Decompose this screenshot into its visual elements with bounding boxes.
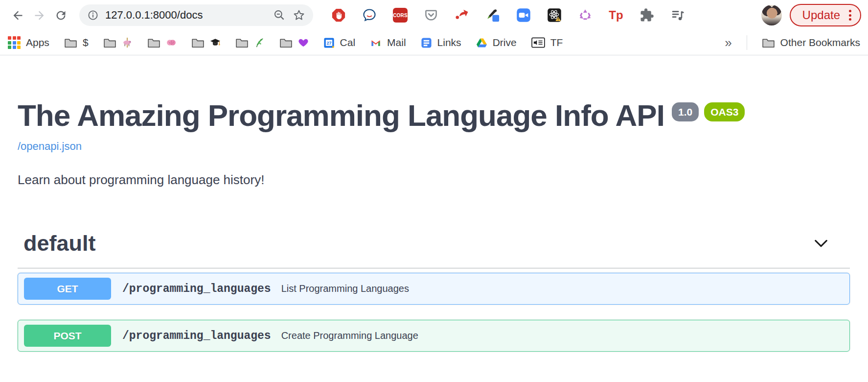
forward-arrow-icon — [33, 9, 46, 22]
operation-row-post[interactable]: POST /programming_languages Create Progr… — [18, 320, 850, 352]
version-badge: 1.0 — [672, 102, 699, 121]
pocket-extension[interactable] — [423, 7, 439, 23]
recycle-icon — [578, 8, 593, 23]
tf-label: TF — [550, 37, 563, 48]
folder-icon — [191, 38, 205, 48]
folder-icon — [64, 38, 77, 48]
api-badges: 1.0 OAS3 — [672, 102, 745, 121]
cal-label: Cal — [340, 37, 356, 48]
bookmark-calendar[interactable]: 27 Cal — [323, 37, 356, 48]
bookmark-tf[interactable]: TF — [531, 37, 563, 48]
adblock-extension[interactable] — [331, 7, 346, 23]
browser-menu-kebab-icon[interactable] — [849, 10, 851, 21]
url-text[interactable]: 127.0.0.1:8000/docs — [105, 9, 266, 22]
video-camera-icon — [516, 8, 531, 23]
bookmark-folder-dollar[interactable]: $ — [64, 37, 89, 48]
other-bookmarks-label: Other Bookmarks — [780, 37, 860, 48]
bookmark-folder-herb[interactable] — [235, 37, 265, 48]
eyedropper-icon — [485, 8, 500, 23]
bookmark-folder-heart[interactable] — [279, 37, 309, 48]
bookmark-folder-carousel[interactable] — [103, 37, 133, 48]
folder-icon — [147, 38, 160, 48]
purple-heart-icon — [298, 37, 309, 48]
chat-extension[interactable] — [362, 7, 377, 23]
update-label: Update — [802, 8, 840, 22]
dollar-label: $ — [83, 37, 89, 48]
update-button[interactable]: Update — [790, 4, 861, 26]
bookmarks-overflow-chevron[interactable]: » — [725, 35, 731, 50]
operation-summary: Create Programming Language — [281, 330, 418, 341]
extensions-menu-button[interactable] — [639, 7, 655, 23]
gmail-icon — [370, 37, 382, 48]
chevron-down-icon[interactable] — [813, 235, 829, 252]
links-label: Links — [437, 37, 461, 48]
cors-extension[interactable]: CORS — [392, 7, 408, 23]
drive-label: Drive — [493, 37, 517, 48]
carousel-horse-icon — [122, 37, 133, 48]
svg-text:27: 27 — [326, 40, 331, 45]
react-devtools-extension[interactable] — [547, 7, 562, 23]
page-title: The Amazing Programming Language Info AP… — [18, 99, 664, 132]
puzzle-icon — [640, 8, 654, 23]
profile-avatar[interactable] — [761, 5, 782, 25]
tp-icon: Tp — [609, 8, 623, 22]
playlist-music-icon — [670, 8, 685, 23]
bookmarks-bar: Apps $ — [0, 30, 868, 55]
zoom-extension[interactable] — [516, 7, 531, 23]
reload-icon — [54, 9, 68, 22]
oas3-badge: OAS3 — [704, 102, 745, 121]
bookmark-links[interactable]: Links — [421, 37, 461, 48]
reload-button[interactable] — [50, 4, 71, 26]
address-bar[interactable]: 127.0.0.1:8000/docs — [79, 4, 313, 26]
chat-bubble-icon — [362, 8, 377, 23]
apps-grid-icon — [8, 36, 21, 49]
operation-row-get[interactable]: GET /programming_languages List Programm… — [18, 273, 850, 305]
get-method-badge: GET — [24, 278, 111, 300]
folder-icon — [235, 38, 249, 48]
cors-icon: CORS — [393, 8, 408, 23]
speaker-card-icon — [531, 37, 545, 48]
operation-path: /programming_languages — [122, 330, 271, 342]
media-controls-button[interactable] — [670, 7, 685, 23]
google-drive-icon — [476, 37, 487, 48]
other-bookmarks[interactable]: Other Bookmarks — [762, 37, 860, 48]
back-arrow-icon — [11, 9, 24, 22]
tampermonkey-extension[interactable]: Tp — [608, 7, 624, 23]
colorpicker-extension[interactable] — [485, 7, 501, 23]
back-button[interactable] — [7, 4, 28, 26]
api-title-row: The Amazing Programming Language Info AP… — [18, 99, 850, 132]
operation-summary: List Programming Languages — [281, 283, 409, 294]
bookmark-apps[interactable]: Apps — [8, 36, 49, 49]
extensions-strip: CORS — [331, 7, 685, 23]
bookmark-drive[interactable]: Drive — [476, 37, 517, 48]
swagger-page: The Amazing Programming Language Info AP… — [0, 99, 868, 352]
apps-label: Apps — [26, 37, 49, 48]
redirect-extension[interactable] — [454, 7, 470, 23]
operation-path: /programming_languages — [122, 283, 271, 295]
herb-icon — [254, 37, 265, 48]
google-calendar-icon: 27 — [323, 37, 335, 48]
links-list-icon — [421, 37, 432, 48]
post-method-badge: POST — [24, 325, 111, 347]
section-header-default[interactable]: default — [18, 231, 850, 268]
folder-icon — [762, 38, 775, 48]
zoom-out-icon[interactable] — [273, 9, 286, 22]
section-title: default — [23, 231, 96, 256]
pocket-shield-icon — [424, 8, 438, 23]
openapi-spec-link[interactable]: /openapi.json — [18, 140, 82, 153]
bookmarks-separator — [747, 35, 747, 50]
bookmark-mail[interactable]: Mail — [370, 37, 406, 48]
mail-label: Mail — [387, 37, 406, 48]
folder-icon — [279, 38, 293, 48]
folder-icon — [103, 38, 116, 48]
red-arrow-icon — [455, 8, 469, 23]
brain-icon — [166, 37, 177, 48]
bookmark-star-icon[interactable] — [293, 9, 305, 22]
stop-hand-icon — [331, 8, 346, 23]
bookmark-folder-graduation[interactable] — [191, 37, 221, 48]
bookmark-folder-brain[interactable] — [147, 37, 177, 48]
page-info-icon[interactable] — [87, 9, 99, 21]
forward-button[interactable] — [28, 4, 50, 26]
recycle-extension[interactable] — [577, 7, 593, 23]
browser-toolbar: 127.0.0.1:8000/docs CORS — [0, 0, 868, 30]
